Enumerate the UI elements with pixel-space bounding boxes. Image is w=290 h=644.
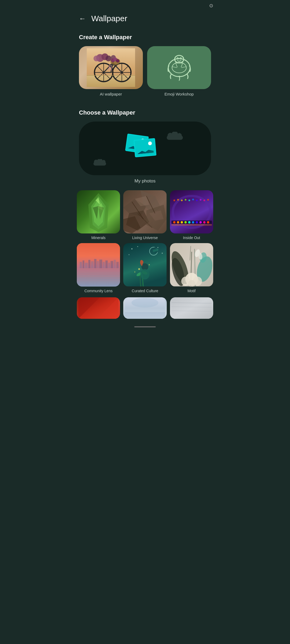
svg-point-93 xyxy=(192,199,194,200)
motif-image xyxy=(170,243,213,286)
svg-point-30 xyxy=(116,59,119,63)
svg-rect-116 xyxy=(105,261,108,268)
community-lens-thumbnail xyxy=(77,243,120,286)
svg-line-38 xyxy=(172,67,177,68)
svg-line-44 xyxy=(181,62,181,63)
svg-point-84 xyxy=(199,221,202,224)
svg-line-39 xyxy=(181,67,186,68)
ai-wallpaper-thumbnail xyxy=(79,46,143,89)
minerals-thumbnail xyxy=(77,190,120,233)
svg-point-137 xyxy=(149,264,150,265)
living-universe-thumbnail xyxy=(123,190,166,233)
svg-rect-114 xyxy=(99,260,102,268)
svg-point-128 xyxy=(140,269,150,280)
svg-point-90 xyxy=(181,199,183,201)
svg-point-134 xyxy=(162,253,163,254)
svg-point-79 xyxy=(180,221,183,224)
living-universe-image xyxy=(123,190,166,233)
svg-rect-118 xyxy=(111,261,113,268)
svg-point-80 xyxy=(184,221,187,224)
svg-rect-107 xyxy=(80,262,82,268)
svg-point-52 xyxy=(102,160,106,164)
svg-rect-108 xyxy=(83,261,84,268)
svg-point-89 xyxy=(177,199,179,200)
inside-out-image xyxy=(170,190,213,233)
partial-category-2-image xyxy=(123,297,166,319)
header: ← Wallpaper xyxy=(73,10,218,30)
emoji-workshop-item[interactable]: Emoji Workshop xyxy=(147,46,211,96)
nav-indicator xyxy=(134,326,156,327)
svg-point-95 xyxy=(200,199,201,200)
create-section-title: Create a Wallpaper xyxy=(73,30,218,46)
turtle-illustration xyxy=(147,46,211,89)
svg-point-131 xyxy=(131,248,132,250)
svg-point-136 xyxy=(138,268,140,270)
photo-frame-front xyxy=(133,138,156,158)
motif-thumbnail xyxy=(170,243,213,286)
photos-icon xyxy=(126,135,164,162)
inside-out-category-item[interactable]: Inside Out xyxy=(170,190,213,240)
svg-line-122 xyxy=(140,275,141,287)
motif-label: Motif xyxy=(187,289,195,293)
svg-point-77 xyxy=(173,221,175,224)
my-photos-card[interactable] xyxy=(79,122,211,175)
curated-culture-thumbnail xyxy=(123,243,166,286)
partial-category-2[interactable] xyxy=(123,297,166,319)
svg-point-48 xyxy=(177,133,182,138)
back-button[interactable]: ← xyxy=(79,14,86,23)
svg-point-132 xyxy=(137,246,138,247)
create-grid: AI wallpaper xyxy=(73,46,218,105)
living-universe-category-item[interactable]: Living Universe xyxy=(123,190,166,240)
svg-rect-110 xyxy=(88,260,90,268)
svg-point-85 xyxy=(203,221,205,224)
svg-rect-113 xyxy=(97,261,99,268)
status-bar: ⊙ xyxy=(73,0,218,10)
svg-point-83 xyxy=(195,221,198,224)
partial-category-1-image xyxy=(77,297,120,319)
svg-point-25 xyxy=(93,56,99,61)
svg-point-130 xyxy=(153,247,159,253)
svg-rect-1 xyxy=(87,75,135,87)
svg-rect-112 xyxy=(94,259,97,268)
partial-category-3[interactable] xyxy=(170,297,213,319)
svg-line-43 xyxy=(177,62,177,63)
svg-rect-158 xyxy=(125,312,165,319)
svg-point-24 xyxy=(106,56,111,61)
svg-rect-109 xyxy=(85,263,88,268)
community-lens-image xyxy=(77,243,120,286)
my-photos-container: My photos xyxy=(73,122,218,190)
motif-category-item[interactable]: Motif xyxy=(170,243,213,293)
ai-wallpaper-item[interactable]: AI wallpaper xyxy=(79,46,143,96)
svg-point-91 xyxy=(185,199,186,200)
partial-category-3-image xyxy=(170,297,213,319)
svg-point-78 xyxy=(177,221,179,224)
svg-rect-159 xyxy=(171,297,212,319)
choose-section-title: Choose a Wallpaper xyxy=(73,105,218,122)
wallpaper-categories-grid: Minerals xyxy=(73,190,218,297)
community-lens-category-item[interactable]: Community Lens xyxy=(77,243,120,293)
page-title: Wallpaper xyxy=(91,14,127,23)
svg-point-138 xyxy=(134,272,135,273)
my-photos-label: My photos xyxy=(79,178,211,184)
emoji-workshop-label: Emoji Workshop xyxy=(165,92,194,96)
curated-culture-category-item[interactable]: Curated Culture xyxy=(123,243,166,293)
svg-rect-117 xyxy=(108,263,110,268)
svg-rect-87 xyxy=(171,224,212,226)
svg-point-157 xyxy=(132,298,158,308)
svg-rect-111 xyxy=(91,261,94,268)
ai-wallpaper-label: AI wallpaper xyxy=(100,92,122,96)
svg-point-133 xyxy=(158,247,158,248)
svg-point-35 xyxy=(172,62,186,73)
inside-out-label: Inside Out xyxy=(183,236,200,240)
bottom-nav-hint xyxy=(73,324,218,330)
community-lens-label: Community Lens xyxy=(84,289,113,293)
svg-point-96 xyxy=(203,199,205,201)
svg-rect-119 xyxy=(114,260,116,268)
partial-categories-row xyxy=(73,297,218,324)
partial-category-1[interactable] xyxy=(77,297,120,319)
minerals-category-item[interactable]: Minerals xyxy=(77,190,120,240)
svg-point-97 xyxy=(207,199,209,200)
cloud-bottom-left-icon xyxy=(92,159,107,166)
curated-culture-label: Curated Culture xyxy=(132,289,158,293)
svg-point-86 xyxy=(207,221,209,224)
